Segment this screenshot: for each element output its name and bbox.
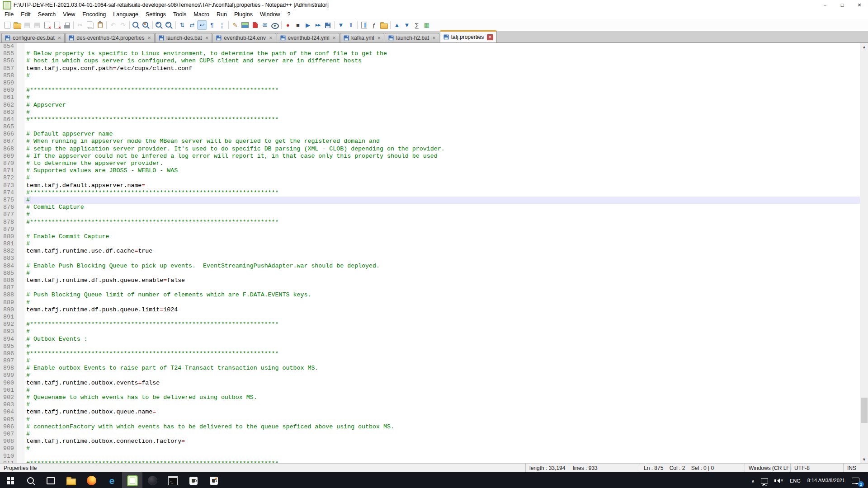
line-number[interactable]: 859 xyxy=(0,80,17,87)
line-number[interactable]: 909 xyxy=(0,445,17,452)
code-line[interactable]: # xyxy=(24,445,860,452)
code-line[interactable]: # xyxy=(24,401,860,408)
tab-close-icon[interactable]: ✕ xyxy=(269,36,273,40)
network-icon[interactable] xyxy=(758,472,771,488)
line-number[interactable]: 886 xyxy=(0,277,17,284)
line-number[interactable]: 911 xyxy=(0,460,17,463)
tab-des-eventhub-t24.properties[interactable]: des-eventhub-t24.properties✕ xyxy=(65,33,155,42)
code-line[interactable]: # Enable outbox Events to raise part of … xyxy=(24,365,860,372)
line-number[interactable]: 875 xyxy=(0,197,17,204)
macro-run-multiple-icon[interactable]: ▶▶ xyxy=(313,21,322,29)
tab-close-icon[interactable]: ✕ xyxy=(487,34,493,40)
tab-close-icon[interactable]: ✕ xyxy=(147,36,151,40)
mail-plugin-icon[interactable]: ✉ xyxy=(260,21,269,29)
line-number[interactable]: 910 xyxy=(0,453,17,460)
line-number[interactable]: 897 xyxy=(0,357,17,365)
code-line[interactable]: temn.tafj.runtime.use.df.cache=true xyxy=(24,248,860,255)
line-number[interactable]: 900 xyxy=(0,380,17,387)
notepad-plus-plus-icon[interactable] xyxy=(122,472,142,488)
code-line[interactable]: #***************************************… xyxy=(24,219,860,226)
sync-horizontal-scroll-icon[interactable]: ⇄ xyxy=(188,21,197,29)
code-line[interactable]: # Push Blocking Queue limit of number of… xyxy=(24,291,860,299)
menu-edit[interactable]: Edit xyxy=(17,10,34,19)
line-number[interactable]: 890 xyxy=(0,306,17,314)
line-number[interactable]: 854 xyxy=(0,43,17,50)
line-number[interactable]: 884 xyxy=(0,263,17,270)
code-line[interactable]: # host in which cups server is configure… xyxy=(24,57,860,65)
code-line[interactable] xyxy=(24,43,860,50)
code-line[interactable] xyxy=(24,314,860,321)
word-wrap-icon[interactable]: ↩ xyxy=(198,21,207,29)
menu-encoding[interactable]: Encoding xyxy=(79,10,109,19)
line-number[interactable]: 866 xyxy=(0,131,17,138)
code-line[interactable]: # Enable Commit Capture xyxy=(24,233,860,240)
code-line[interactable]: # xyxy=(24,94,860,101)
code-line[interactable]: # xyxy=(24,372,860,379)
macro-play-icon[interactable]: ▶ xyxy=(303,21,312,29)
tab-configure-des.bat[interactable]: configure-des.bat✕ xyxy=(1,33,65,42)
code-line[interactable] xyxy=(24,255,860,262)
code-line[interactable] xyxy=(24,284,860,291)
tab-launch-h2.bat[interactable]: launch-h2.bat✕ xyxy=(385,33,439,42)
code-line[interactable]: temn.tafj.runtime.outbox.connection.fact… xyxy=(24,438,860,445)
taskbar-search-button[interactable] xyxy=(20,472,41,488)
menu-search[interactable]: Search xyxy=(34,10,60,19)
code-line[interactable] xyxy=(24,226,860,233)
line-number[interactable]: 901 xyxy=(0,387,17,394)
code-line[interactable]: # Default appserver name xyxy=(24,131,860,138)
code-line[interactable]: temn.tafj.runtime.df.push.queue.limit=10… xyxy=(24,306,860,314)
code-line[interactable]: temn.tafj.runtime.df.push.queue.enable=f… xyxy=(24,277,860,284)
menu-help[interactable]: ? xyxy=(283,10,294,19)
line-number[interactable]: 908 xyxy=(0,438,17,445)
code-area[interactable]: # Below property is specific to Linux en… xyxy=(24,43,860,463)
line-number[interactable]: 907 xyxy=(0,431,17,438)
menu-plugins[interactable]: Plugins xyxy=(231,10,256,19)
code-line[interactable]: #***************************************… xyxy=(24,116,860,123)
line-number[interactable]: 896 xyxy=(0,350,17,357)
code-line[interactable]: # Below property is specific to Linux en… xyxy=(24,50,860,57)
line-number[interactable]: 906 xyxy=(0,423,17,431)
minimize-button[interactable]: − xyxy=(816,0,834,10)
line-number[interactable]: 898 xyxy=(0,365,17,372)
sort-descending-icon[interactable]: ▼ xyxy=(402,21,411,29)
current-code-line[interactable]: # xyxy=(24,197,860,204)
file-explorer-icon[interactable] xyxy=(61,472,81,488)
code-line[interactable]: #***************************************… xyxy=(24,350,860,357)
save-icon[interactable] xyxy=(23,21,32,29)
code-line[interactable]: # connectionFactory with which events ha… xyxy=(24,423,860,431)
menu-window[interactable]: Window xyxy=(256,10,283,19)
task-view-button[interactable] xyxy=(41,472,61,488)
status-eol-format[interactable]: Windows (CR LF) xyxy=(745,464,790,472)
media-app-icon[interactable] xyxy=(142,472,163,488)
command-prompt-icon[interactable]: >_ xyxy=(163,472,183,488)
code-line[interactable] xyxy=(24,453,860,460)
sum-icon[interactable]: ∑ xyxy=(412,21,421,29)
cut-icon[interactable]: ✂ xyxy=(75,21,85,29)
line-number[interactable]: 887 xyxy=(0,284,17,291)
image-plugin-icon[interactable] xyxy=(241,21,250,29)
pause-icon[interactable]: ‖ xyxy=(346,21,355,29)
status-insert-mode[interactable]: INS xyxy=(843,464,868,472)
menu-settings[interactable]: Settings xyxy=(142,10,170,19)
line-number[interactable]: 863 xyxy=(0,109,17,116)
line-number[interactable]: 885 xyxy=(0,270,17,277)
code-line[interactable]: # Queuename to which events has to be de… xyxy=(24,394,860,401)
fold-margin[interactable] xyxy=(17,43,24,463)
find-icon[interactable] xyxy=(132,21,141,29)
edit-pencil-icon[interactable]: ✎ xyxy=(231,21,240,29)
menu-view[interactable]: View xyxy=(59,10,79,19)
menu-file[interactable]: File xyxy=(1,10,17,19)
macro-record-icon[interactable]: ● xyxy=(283,21,292,29)
document-map-icon[interactable] xyxy=(359,21,368,29)
code-line[interactable]: # Outbox Events : xyxy=(24,336,860,343)
code-line[interactable]: # Commit Capture xyxy=(24,204,860,211)
maximize-button[interactable]: □ xyxy=(834,0,851,10)
line-number[interactable]: 891 xyxy=(0,314,17,321)
line-number[interactable]: 879 xyxy=(0,226,17,233)
replace-icon[interactable] xyxy=(142,21,151,29)
line-number[interactable]: 861 xyxy=(0,94,17,101)
line-number[interactable]: 872 xyxy=(0,174,17,182)
code-line[interactable]: temn.tafj.cups.conf.path=/etc/cups/clien… xyxy=(24,65,860,72)
print-icon[interactable] xyxy=(62,21,71,29)
tab-close-icon[interactable]: ✕ xyxy=(377,36,381,40)
